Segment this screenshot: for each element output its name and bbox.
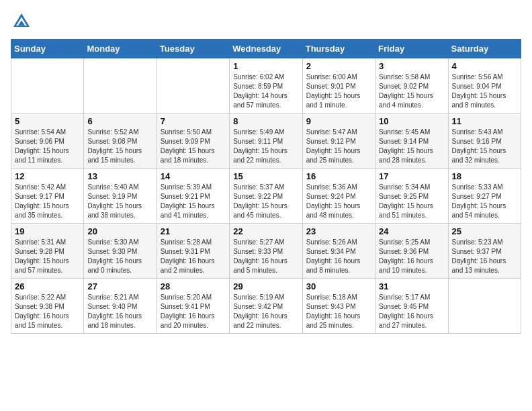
calendar-cell: 14Sunrise: 5:39 AM Sunset: 9:21 PM Dayli…	[157, 169, 229, 224]
day-info: Sunrise: 5:18 AM Sunset: 9:43 PM Dayligh…	[306, 293, 371, 330]
calendar-week-2: 5Sunrise: 5:54 AM Sunset: 9:06 PM Daylig…	[11, 113, 521, 169]
day-info: Sunrise: 5:26 AM Sunset: 9:34 PM Dayligh…	[306, 238, 371, 275]
day-info: Sunrise: 5:30 AM Sunset: 9:30 PM Dayligh…	[87, 238, 152, 275]
calendar-cell: 16Sunrise: 5:36 AM Sunset: 9:24 PM Dayli…	[302, 169, 375, 224]
weekday-header-friday: Friday	[375, 40, 448, 58]
day-number: 5	[15, 116, 80, 126]
day-info: Sunrise: 6:00 AM Sunset: 9:01 PM Dayligh…	[306, 73, 371, 110]
day-number: 26	[15, 281, 80, 291]
day-info: Sunrise: 5:37 AM Sunset: 9:22 PM Dayligh…	[233, 183, 298, 220]
day-number: 30	[306, 281, 371, 291]
calendar-cell: 23Sunrise: 5:26 AM Sunset: 9:34 PM Dayli…	[302, 224, 375, 279]
day-info: Sunrise: 5:21 AM Sunset: 9:40 PM Dayligh…	[87, 293, 152, 330]
weekday-header-sunday: Sunday	[11, 40, 84, 58]
day-info: Sunrise: 5:36 AM Sunset: 9:24 PM Dayligh…	[306, 183, 371, 220]
calendar-cell: 18Sunrise: 5:33 AM Sunset: 9:27 PM Dayli…	[448, 169, 521, 224]
calendar-cell: 24Sunrise: 5:25 AM Sunset: 9:36 PM Dayli…	[375, 224, 448, 279]
day-number: 15	[233, 171, 298, 181]
day-info: Sunrise: 5:23 AM Sunset: 9:37 PM Dayligh…	[452, 238, 517, 275]
day-number: 4	[452, 61, 517, 71]
calendar-cell: 6Sunrise: 5:52 AM Sunset: 9:08 PM Daylig…	[84, 113, 157, 169]
day-info: Sunrise: 5:20 AM Sunset: 9:41 PM Dayligh…	[161, 293, 226, 330]
logo	[11, 11, 35, 32]
day-info: Sunrise: 5:45 AM Sunset: 9:14 PM Dayligh…	[379, 128, 444, 165]
day-number: 24	[379, 226, 444, 236]
calendar-cell: 4Sunrise: 5:56 AM Sunset: 9:04 PM Daylig…	[448, 58, 521, 113]
day-info: Sunrise: 5:50 AM Sunset: 9:09 PM Dayligh…	[161, 128, 226, 165]
day-info: Sunrise: 5:40 AM Sunset: 9:19 PM Dayligh…	[87, 183, 152, 220]
calendar-cell: 11Sunrise: 5:43 AM Sunset: 9:16 PM Dayli…	[448, 113, 521, 169]
calendar-cell: 15Sunrise: 5:37 AM Sunset: 9:22 PM Dayli…	[230, 169, 302, 224]
day-info: Sunrise: 5:39 AM Sunset: 9:21 PM Dayligh…	[161, 183, 226, 220]
calendar-cell: 27Sunrise: 5:21 AM Sunset: 9:40 PM Dayli…	[84, 279, 157, 334]
day-number: 2	[306, 61, 371, 71]
calendar-cell: 2Sunrise: 6:00 AM Sunset: 9:01 PM Daylig…	[302, 58, 375, 113]
calendar-cell: 17Sunrise: 5:34 AM Sunset: 9:25 PM Dayli…	[375, 169, 448, 224]
day-info: Sunrise: 5:34 AM Sunset: 9:25 PM Dayligh…	[379, 183, 444, 220]
calendar-cell: 5Sunrise: 5:54 AM Sunset: 9:06 PM Daylig…	[11, 113, 84, 169]
calendar-cell: 8Sunrise: 5:49 AM Sunset: 9:11 PM Daylig…	[230, 113, 302, 169]
weekday-header-thursday: Thursday	[302, 40, 375, 58]
weekday-header-monday: Monday	[84, 40, 157, 58]
day-number: 29	[233, 281, 298, 291]
day-info: Sunrise: 5:47 AM Sunset: 9:12 PM Dayligh…	[306, 128, 371, 165]
calendar-cell: 3Sunrise: 5:58 AM Sunset: 9:02 PM Daylig…	[375, 58, 448, 113]
day-info: Sunrise: 5:56 AM Sunset: 9:04 PM Dayligh…	[452, 73, 517, 110]
calendar-cell: 12Sunrise: 5:42 AM Sunset: 9:17 PM Dayli…	[11, 169, 84, 224]
calendar-cell	[84, 58, 157, 113]
day-number: 10	[379, 116, 444, 126]
calendar-cell	[11, 58, 84, 113]
day-number: 13	[87, 171, 152, 181]
day-info: Sunrise: 5:54 AM Sunset: 9:06 PM Dayligh…	[15, 128, 80, 165]
day-number: 7	[161, 116, 226, 126]
day-number: 17	[379, 171, 444, 181]
day-info: Sunrise: 5:22 AM Sunset: 9:38 PM Dayligh…	[15, 293, 80, 330]
day-number: 31	[379, 281, 444, 291]
day-number: 9	[306, 116, 371, 126]
calendar-cell: 22Sunrise: 5:27 AM Sunset: 9:33 PM Dayli…	[230, 224, 302, 279]
calendar-cell: 21Sunrise: 5:28 AM Sunset: 9:31 PM Dayli…	[157, 224, 229, 279]
day-number: 27	[87, 281, 152, 291]
header	[11, 11, 521, 32]
day-info: Sunrise: 5:31 AM Sunset: 9:28 PM Dayligh…	[15, 238, 80, 275]
calendar-cell: 20Sunrise: 5:30 AM Sunset: 9:30 PM Dayli…	[84, 224, 157, 279]
day-number: 6	[87, 116, 152, 126]
calendar-week-4: 19Sunrise: 5:31 AM Sunset: 9:28 PM Dayli…	[11, 224, 521, 279]
calendar-week-1: 1Sunrise: 6:02 AM Sunset: 8:59 PM Daylig…	[11, 58, 521, 113]
day-info: Sunrise: 5:33 AM Sunset: 9:27 PM Dayligh…	[452, 183, 517, 220]
day-number: 16	[306, 171, 371, 181]
calendar-cell: 28Sunrise: 5:20 AM Sunset: 9:41 PM Dayli…	[157, 279, 229, 334]
day-number: 22	[233, 226, 298, 236]
weekday-header-wednesday: Wednesday	[230, 40, 302, 58]
day-number: 12	[15, 171, 80, 181]
calendar-cell	[157, 58, 229, 113]
calendar-cell: 10Sunrise: 5:45 AM Sunset: 9:14 PM Dayli…	[375, 113, 448, 169]
day-number: 3	[379, 61, 444, 71]
calendar-cell: 30Sunrise: 5:18 AM Sunset: 9:43 PM Dayli…	[302, 279, 375, 334]
calendar-cell: 31Sunrise: 5:17 AM Sunset: 9:45 PM Dayli…	[375, 279, 448, 334]
calendar: SundayMondayTuesdayWednesdayThursdayFrid…	[11, 39, 521, 334]
day-number: 21	[161, 226, 226, 236]
weekday-header-row: SundayMondayTuesdayWednesdayThursdayFrid…	[11, 40, 521, 58]
day-number: 8	[233, 116, 298, 126]
calendar-week-5: 26Sunrise: 5:22 AM Sunset: 9:38 PM Dayli…	[11, 279, 521, 334]
day-info: Sunrise: 5:25 AM Sunset: 9:36 PM Dayligh…	[379, 238, 444, 275]
day-number: 25	[452, 226, 517, 236]
day-number: 1	[233, 61, 298, 71]
day-info: Sunrise: 5:27 AM Sunset: 9:33 PM Dayligh…	[233, 238, 298, 275]
day-number: 18	[452, 171, 517, 181]
calendar-cell: 29Sunrise: 5:19 AM Sunset: 9:42 PM Dayli…	[230, 279, 302, 334]
day-info: Sunrise: 5:52 AM Sunset: 9:08 PM Dayligh…	[87, 128, 152, 165]
day-info: Sunrise: 5:42 AM Sunset: 9:17 PM Dayligh…	[15, 183, 80, 220]
day-info: Sunrise: 6:02 AM Sunset: 8:59 PM Dayligh…	[233, 73, 298, 110]
day-info: Sunrise: 5:43 AM Sunset: 9:16 PM Dayligh…	[452, 128, 517, 165]
calendar-cell: 19Sunrise: 5:31 AM Sunset: 9:28 PM Dayli…	[11, 224, 84, 279]
calendar-cell: 7Sunrise: 5:50 AM Sunset: 9:09 PM Daylig…	[157, 113, 229, 169]
calendar-cell: 25Sunrise: 5:23 AM Sunset: 9:37 PM Dayli…	[448, 224, 521, 279]
day-info: Sunrise: 5:28 AM Sunset: 9:31 PM Dayligh…	[161, 238, 226, 275]
day-info: Sunrise: 5:58 AM Sunset: 9:02 PM Dayligh…	[379, 73, 444, 110]
day-number: 19	[15, 226, 80, 236]
day-number: 28	[161, 281, 226, 291]
day-number: 14	[161, 171, 226, 181]
day-number: 11	[452, 116, 517, 126]
